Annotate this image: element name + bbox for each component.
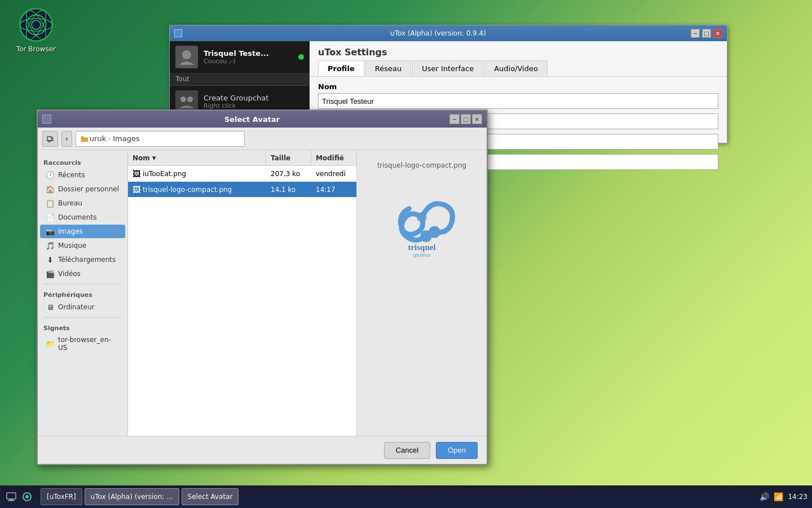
user-profile-row[interactable]: Trisquel Teste... Coucou ;-) (170, 41, 310, 73)
file-list-header: Nom ▼ Taille Modifié (128, 150, 356, 166)
dialog-win-controls: ─ □ ✕ (449, 114, 482, 124)
dialog-toolbar: ‹ uruk › Images (38, 128, 487, 150)
taskbar-right: 🔊 📶 14:23 (760, 492, 807, 501)
tab-reseau[interactable]: Réseau (365, 60, 411, 76)
svg-point-0 (20, 8, 52, 41)
home-folder-icon: 🏠 (46, 185, 55, 194)
taskbar-time: 14:23 (788, 493, 807, 501)
sidebar-item-ordinateur[interactable]: 🖥 Ordinateur (40, 300, 125, 314)
dialog-minimize-button[interactable]: ─ (449, 114, 460, 124)
ordinateur-icon: 🖥 (46, 303, 55, 312)
col-nom-label: Nom (133, 154, 150, 162)
file-name-1: 🖼 trisquel-logo-compact.png (128, 182, 266, 197)
file-row-1[interactable]: 🖼 trisquel-logo-compact.png 14,1 ko 14:1… (128, 182, 356, 198)
svg-rect-16 (10, 499, 13, 500)
dialog-maximize-button[interactable]: □ (461, 114, 471, 124)
svg-text:trisquel: trisquel (408, 243, 435, 252)
user-info: Trisquel Teste... Coucou ;-) (204, 49, 293, 65)
svg-point-7 (180, 97, 186, 102)
user-status: Coucou ;-) (204, 58, 293, 65)
taskbar-btn-select-avatar[interactable]: Select Avatar (182, 488, 239, 505)
sidebar-item-videos[interactable]: 🎬 Vidéos (40, 267, 125, 281)
taskbar-btn-utoxfr[interactable]: [uToxFR] (41, 488, 82, 505)
groupchat-name: Create Groupchat (204, 94, 304, 102)
window-controls: ─ □ ✕ (691, 29, 722, 38)
file-icon-1: 🖼 (133, 185, 140, 194)
edit-toolbar-button[interactable] (42, 131, 58, 147)
dialog-close-button[interactable]: ✕ (472, 114, 482, 124)
utox-window-title: uTox (Alpha) (version: 0.9.4) (186, 29, 691, 37)
utox-titlebar-icon (174, 29, 182, 37)
sound-icon[interactable]: 🔊 (760, 492, 769, 501)
dialog-footer: Cancel Open (38, 436, 487, 464)
images-label: Images (58, 227, 83, 235)
chat-filter: Tout (170, 73, 310, 86)
recents-icon: 🕐 (46, 170, 55, 179)
user-avatar (175, 46, 198, 68)
bureau-label: Bureau (58, 199, 82, 207)
svg-text:gnulinux: gnulinux (413, 253, 431, 258)
telechargements-label: Téléchargements (58, 256, 116, 264)
sidebar-item-documents[interactable]: 📄 Documents (40, 211, 125, 224)
sidebar-item-musique[interactable]: 🎵 Musique (40, 239, 125, 252)
taskbar-btn-utox-label: uTox (Alpha) (version: ... (91, 493, 173, 501)
cancel-button[interactable]: Cancel (384, 442, 430, 459)
taskbar-btn-utox[interactable]: uTox (Alpha) (version: ... (85, 488, 179, 505)
breadcrumb-current[interactable]: Images (113, 134, 140, 143)
file-modified-0: vendredi (311, 166, 356, 181)
sidebar-item-dossier-personnel[interactable]: 🏠 Dossier personnel (40, 182, 125, 196)
images-icon: 📷 (46, 227, 55, 236)
videos-label: Vidéos (58, 270, 81, 278)
col-header-modifie[interactable]: Modifié (311, 150, 356, 165)
open-button[interactable]: Open (436, 442, 478, 459)
tab-audio-video[interactable]: Audio/Video (484, 60, 548, 76)
file-row-0[interactable]: 🖼 iuTooEat.png 207,3 ko vendredi (128, 166, 356, 182)
svg-point-6 (182, 50, 191, 59)
file-name-text-1: trisquel-logo-compact.png (143, 186, 232, 194)
file-list-panel: Nom ▼ Taille Modifié 🖼 iuTooEat.png (128, 150, 357, 436)
taskbar-icon-1[interactable] (5, 490, 18, 503)
sidebar-item-bureau[interactable]: 📋 Bureau (40, 196, 125, 210)
trisquel-logo-svg: trisquel gnulinux (379, 181, 464, 266)
close-button[interactable]: ✕ (713, 29, 722, 38)
tor-browser-icon[interactable]: Tor Browser (14, 7, 59, 53)
svg-point-19 (25, 495, 29, 498)
tor-browser-label: Tor Browser (16, 45, 56, 53)
sort-arrow: ▼ (152, 155, 156, 161)
col-header-taille[interactable]: Taille (266, 150, 311, 165)
breadcrumb-nav: uruk › Images (76, 131, 245, 147)
settings-header: uTox Settings (310, 41, 727, 58)
sidebar-item-telechargements[interactable]: ⬇ Téléchargements (40, 253, 125, 266)
maximize-button[interactable]: □ (702, 29, 711, 38)
sidebar-item-images[interactable]: 📷 Images (40, 225, 125, 238)
raccourcis-label: Raccourcis (38, 156, 127, 168)
nav-back-button[interactable]: ‹ (61, 131, 72, 147)
tab-user-interface[interactable]: User Interface (412, 60, 483, 76)
musique-icon: 🎵 (46, 241, 55, 250)
groupchat-action: Right click (204, 102, 304, 110)
desktop: Tor Browser uTox (Alpha) (version: 0.9.4… (0, 0, 812, 508)
tab-profile[interactable]: Profile (318, 60, 364, 76)
dossier-personnel-label: Dossier personnel (58, 185, 119, 193)
settings-tabs: Profile Réseau User Interface Audio/Vide… (310, 58, 727, 77)
sidebar-panel: Raccourcis 🕐 Récents 🏠 Dossier personnel… (38, 150, 128, 436)
utox-titlebar: uTox (Alpha) (version: 0.9.4) ─ □ ✕ (170, 25, 727, 41)
taskbar-system-icon-2 (21, 491, 33, 502)
taskbar-icon-2[interactable] (20, 490, 34, 503)
sidebar-divider-1 (43, 284, 122, 284)
minimize-button[interactable]: ─ (691, 29, 700, 38)
col-header-nom[interactable]: Nom ▼ (128, 150, 266, 165)
network-icon[interactable]: 📶 (774, 492, 783, 501)
sidebar-item-tor-browser[interactable]: 📁 tor-browser_en-US (40, 334, 125, 354)
nom-label: Nom (318, 82, 718, 91)
col-taille-label: Taille (271, 154, 290, 162)
taskbar-system-icon-1 (6, 491, 17, 502)
sidebar-item-recents[interactable]: 🕐 Récents (40, 168, 125, 182)
file-size-0: 207,3 ko (266, 166, 311, 181)
breadcrumb-home[interactable]: uruk (81, 134, 106, 143)
groupchat-info: Create Groupchat Right click (204, 94, 304, 110)
svg-point-8 (187, 97, 193, 102)
preview-panel: trisquel-logo-compact.png (357, 150, 487, 436)
nom-input[interactable] (318, 93, 718, 109)
preview-filename: trisquel-logo-compact.png (377, 161, 466, 169)
